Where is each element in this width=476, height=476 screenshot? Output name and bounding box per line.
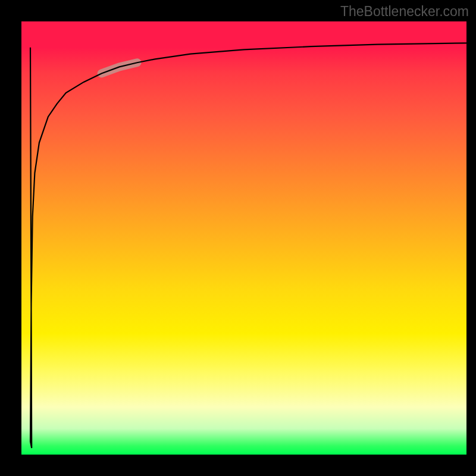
watermark-text: TheBottlenecker.com bbox=[340, 4, 469, 20]
chart-background-gradient bbox=[21, 21, 466, 455]
